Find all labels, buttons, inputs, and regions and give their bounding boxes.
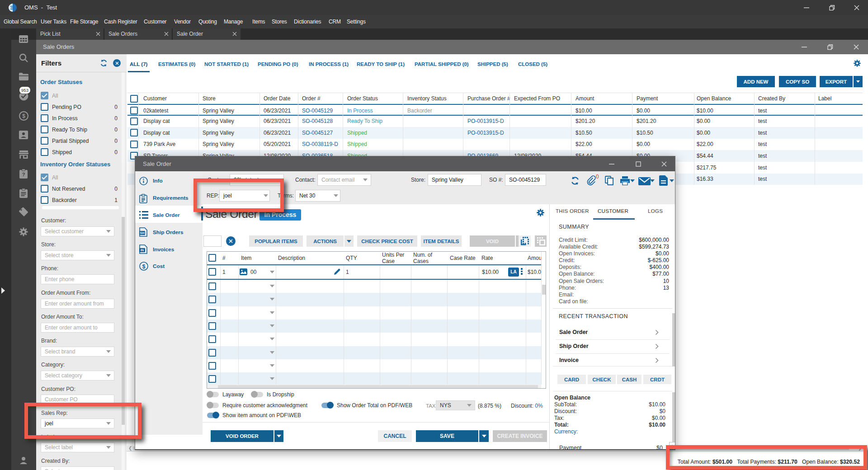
svg-text:SH: SH [140, 231, 144, 235]
svg-text:?: ? [22, 172, 25, 177]
svg-text:$: $ [22, 113, 25, 119]
svg-text:$: $ [142, 263, 146, 270]
svg-text:IN: IN [141, 248, 144, 252]
